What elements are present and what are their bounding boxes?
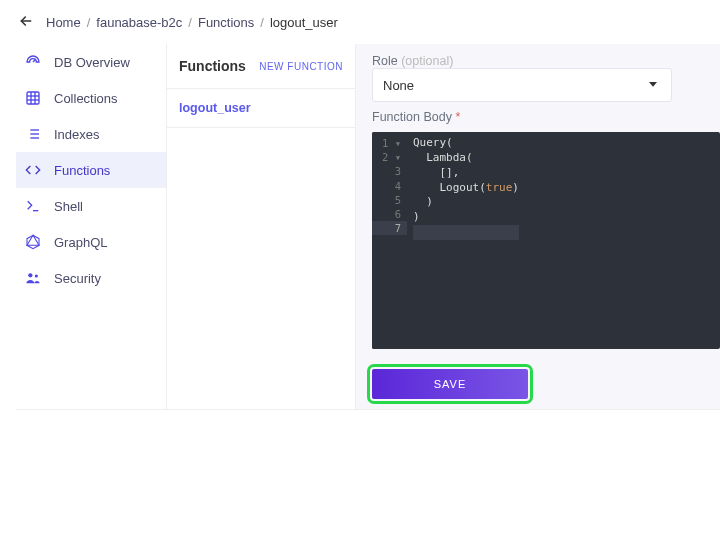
breadcrumb-sep: / [87,15,91,30]
functions-panel-title: Functions [179,58,246,74]
sidebar-item-db-overview[interactable]: DB Overview [16,44,166,80]
list-icon [24,125,42,143]
functions-panel: Functions NEW FUNCTION logout_user [166,44,356,409]
terminal-icon [24,197,42,215]
role-label-text: Role [372,54,398,68]
functions-panel-header: Functions NEW FUNCTION [167,44,355,89]
sidebar-item-collections[interactable]: Collections [16,80,166,116]
role-select[interactable]: None [372,68,672,102]
code-icon [24,161,42,179]
save-row: SAVE [372,357,720,399]
sidebar-item-label: Indexes [54,127,100,142]
svg-rect-2 [27,92,39,104]
app-root: Home / faunabase-b2c / Functions / logou… [16,0,720,410]
arrow-left-icon [18,13,34,32]
svg-marker-15 [27,235,39,245]
chevron-down-icon [645,76,661,95]
sidebar-item-label: DB Overview [54,55,130,70]
breadcrumb-sep: / [188,15,192,30]
breadcrumb: Home / faunabase-b2c / Functions / logou… [46,15,338,30]
sidebar-item-indexes[interactable]: Indexes [16,116,166,152]
svg-point-16 [28,273,32,277]
editor-code: Query( Lambda( [], Logout(true) )) [407,132,525,349]
users-icon [24,269,42,287]
role-label: Role (optional) [372,54,720,68]
sidebar-item-label: Shell [54,199,83,214]
grid-icon [24,89,42,107]
sidebar-item-label: Functions [54,163,110,178]
topbar: Home / faunabase-b2c / Functions / logou… [16,0,720,44]
svg-point-17 [35,274,38,277]
breadcrumb-home[interactable]: Home [46,15,81,30]
sidebar-item-functions[interactable]: Functions [16,152,166,188]
sidebar-item-security[interactable]: Security [16,260,166,296]
sidebar-item-shell[interactable]: Shell [16,188,166,224]
save-button[interactable]: SAVE [372,369,528,399]
sidebar: DB Overview Collections Indexes Function… [16,44,166,409]
breadcrumb-current: logout_user [270,15,338,30]
breadcrumb-functions[interactable]: Functions [198,15,254,30]
breadcrumb-db[interactable]: faunabase-b2c [96,15,182,30]
body-label: Function Body * [372,110,720,124]
sidebar-item-label: Security [54,271,101,286]
graphql-icon [24,233,42,251]
body-label-text: Function Body [372,110,452,124]
sidebar-item-graphql[interactable]: GraphQL [16,224,166,260]
back-button[interactable] [16,12,36,32]
sidebar-item-label: GraphQL [54,235,107,250]
editor-gutter: 1 ▾2 ▾3 4 5 6 7 [372,132,407,349]
main: DB Overview Collections Indexes Function… [16,44,720,409]
sidebar-item-label: Collections [54,91,118,106]
required-asterisk: * [452,110,460,124]
function-list-item[interactable]: logout_user [167,89,355,128]
svg-line-1 [33,59,36,62]
code-editor[interactable]: 1 ▾2 ▾3 4 5 6 7 Query( Lambda( [], Logou… [372,132,720,349]
role-optional: (optional) [401,54,453,68]
gauge-icon [24,53,42,71]
breadcrumb-sep: / [260,15,264,30]
svg-marker-18 [649,82,657,87]
function-detail: Role (optional) None Function Body * 1 ▾… [356,44,720,409]
role-field: Role (optional) None [372,54,720,102]
role-select-value: None [383,78,414,93]
new-function-button[interactable]: NEW FUNCTION [259,61,343,72]
